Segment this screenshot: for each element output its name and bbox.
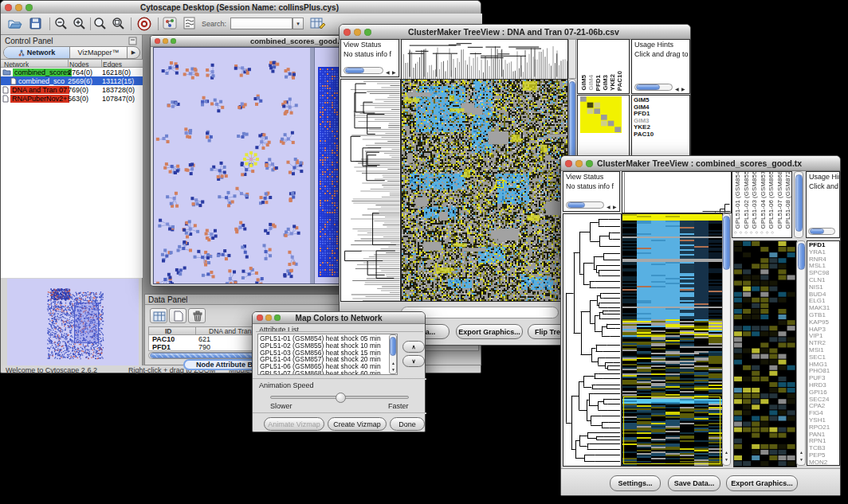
column-label[interactable]: GPL51-08 (GSM872) — [784, 171, 792, 229]
float-panel-icon[interactable] — [128, 37, 137, 45]
scroll-down-icon[interactable]: ▼ — [799, 457, 803, 462]
tv2-zoom-vscrollbar[interactable]: ▲ ▼ — [796, 240, 806, 466]
zoom-fit-icon[interactable] — [93, 17, 108, 31]
zoom-selected-icon[interactable] — [112, 17, 126, 31]
network-overview-minimap[interactable] — [7, 279, 139, 365]
search-dropdown-button[interactable]: ▾ — [292, 18, 304, 29]
tv1-status-scrollbar[interactable] — [344, 67, 383, 74]
tv1-row-dendrogram[interactable] — [340, 79, 401, 302]
row-id[interactable]: PFD1 — [152, 343, 171, 351]
tab-network[interactable]: Network — [4, 47, 70, 58]
attribute-list-item[interactable]: GPL51-07 (GSM868) heat shock 60 min — [258, 370, 397, 375]
column-label[interactable]: GPL51-02 (GSM855) — [743, 171, 752, 229]
zoom-button[interactable] — [26, 4, 33, 11]
main-title-bar[interactable]: Cytoscape Desktop (Session Name: collins… — [1, 1, 481, 14]
scroll-down-icon[interactable]: ▼ — [724, 457, 728, 462]
column-label[interactable]: PFD1 — [595, 75, 602, 91]
column-label[interactable]: GIM3 — [602, 75, 609, 91]
move-down-button[interactable]: ∨ — [402, 355, 425, 367]
table-view-button[interactable] — [150, 308, 167, 323]
close-button[interactable] — [155, 38, 160, 44]
animate-vizmap-button[interactable]: Animate Vizmap — [264, 417, 324, 431]
new-attribute-button[interactable] — [169, 308, 186, 323]
tab-vizmapper[interactable]: VizMapper™ — [70, 47, 127, 58]
network-row-selected[interactable]: combined_sco 2569(6) 13112(15) — [1, 76, 143, 85]
save-icon[interactable] — [29, 17, 43, 31]
tv2-status-scrollbar[interactable] — [566, 201, 604, 209]
scroll-up-icon[interactable]: ▲ — [799, 450, 803, 455]
tv2-hints-scrollbar[interactable] — [808, 228, 835, 235]
tv1-heatmap[interactable] — [401, 79, 568, 302]
minimize-button[interactable] — [575, 160, 583, 167]
row-value[interactable]: 621 — [198, 335, 210, 343]
gene-label[interactable]: MON2 — [807, 459, 839, 466]
scrollbar-thumb[interactable] — [345, 68, 364, 73]
minimize-button[interactable] — [354, 29, 361, 36]
map-colors-dialog[interactable]: Map Colors to Network Attribute List GPL… — [252, 311, 426, 432]
save-data-button[interactable]: Save Data... — [668, 475, 720, 491]
tv2-labels-scrollbar[interactable] — [794, 171, 803, 238]
delete-attribute-button[interactable] — [188, 308, 206, 323]
scrollbar-thumb[interactable] — [723, 216, 730, 270]
scroll-right-icon[interactable]: ▶ — [681, 86, 685, 92]
scroll-left-icon[interactable]: ◀ — [675, 86, 679, 92]
treeview1-title-bar[interactable]: ClusterMaker TreeView : DNA and Tran 07-… — [340, 25, 690, 40]
network-nodes-icon[interactable] — [163, 17, 177, 29]
row-label[interactable]: PAC10 — [632, 131, 689, 139]
column-label[interactable]: GPL51-03 (GSM856) — [751, 171, 760, 229]
help-lifebuoy-icon[interactable] — [136, 16, 152, 32]
scrollbar-thumb[interactable] — [810, 229, 824, 234]
column-label[interactable]: GPL51-06 (GSM865) — [768, 171, 776, 229]
tv1-hints-scrollbar[interactable] — [634, 84, 673, 91]
scrollbar-thumb[interactable] — [390, 337, 396, 356]
scroll-right-icon[interactable]: ▶ — [613, 204, 617, 209]
scroll-up-icon[interactable]: ▲ — [724, 450, 728, 455]
scroll-left-icon[interactable]: ◀ — [607, 204, 610, 209]
column-label[interactable]: GPL51-01 (GSM854) — [734, 171, 743, 229]
row-id[interactable]: PAC10 — [152, 335, 175, 343]
slider-thumb[interactable] — [336, 393, 346, 403]
network-row[interactable]: DNA and Tran 07 769(0) 183728(0) — [1, 85, 143, 94]
close-button[interactable] — [257, 315, 263, 321]
minimize-button[interactable] — [163, 38, 168, 44]
tv2-zoomed-heatmap[interactable] — [733, 240, 797, 467]
zoom-out-icon[interactable] — [54, 17, 69, 31]
animation-speed-slider[interactable] — [270, 396, 409, 399]
scrollbar-thumb[interactable] — [798, 243, 805, 270]
export-graphics-button[interactable]: Export Graphics... — [456, 324, 523, 339]
row-value[interactable]: 790 — [198, 343, 210, 351]
tv1-column-dendrogram[interactable] — [401, 39, 568, 80]
move-up-button[interactable]: ∧ — [402, 341, 425, 353]
tab-overflow-button[interactable]: ▶ — [127, 47, 139, 58]
attribute-list[interactable]: GPL51-01 (GSM854) heat shock 05 minGPL51… — [257, 334, 398, 375]
export-graphics-button[interactable]: Export Graphics... — [726, 475, 798, 491]
zoom-button[interactable] — [364, 29, 371, 36]
zoom-button[interactable] — [274, 315, 281, 321]
column-label[interactable]: GPL51-04 (GSM857) — [760, 171, 768, 229]
attribute-browser-icon[interactable] — [310, 17, 326, 30]
create-vizmap-button[interactable]: Create Vizmap — [328, 417, 387, 431]
close-button[interactable] — [565, 160, 572, 167]
tv2-heatmap[interactable] — [622, 213, 723, 467]
search-input[interactable] — [230, 18, 292, 29]
column-label[interactable]: PAC10 — [616, 71, 623, 91]
tv2-column-dendrogram[interactable] — [622, 171, 732, 213]
treeview2-title-bar[interactable]: ClusterMaker TreeView : combined_scores_… — [561, 156, 840, 171]
settings-button[interactable]: Settings... — [610, 475, 661, 491]
scrollbar-thumb[interactable] — [567, 202, 585, 208]
close-button[interactable] — [344, 29, 351, 36]
minimize-button[interactable] — [265, 315, 272, 321]
tv2-heatmap-vscrollbar[interactable]: ▲ ▼ — [722, 213, 731, 466]
id-column-header[interactable]: ID — [165, 327, 172, 335]
tv2-row-dendrogram[interactable] — [563, 213, 622, 467]
scroll-down-icon[interactable]: ▼ — [391, 367, 395, 372]
done-button[interactable]: Done — [390, 417, 425, 431]
scrollbar-thumb[interactable] — [636, 84, 660, 90]
network-row[interactable]: combined_scores 2764(0) 16218(0) — [1, 68, 143, 76]
minimize-button[interactable] — [15, 4, 22, 11]
annotation-icon[interactable] — [183, 17, 197, 29]
column-label[interactable]: GIM5 — [580, 75, 587, 91]
scrollbar-thumb[interactable] — [795, 174, 803, 232]
close-button[interactable] — [5, 4, 12, 11]
scroll-right-icon[interactable]: ▶ — [392, 69, 396, 75]
